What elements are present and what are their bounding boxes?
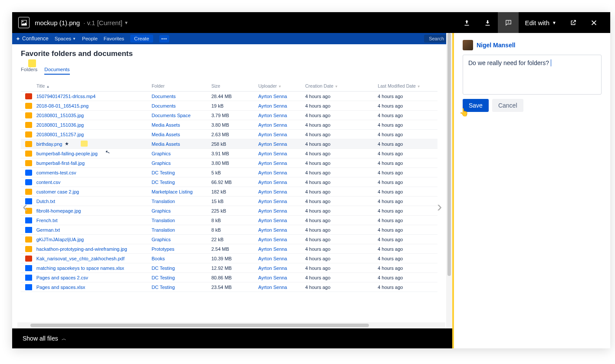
version-dropdown[interactable]: · v.1 [Current]▼ xyxy=(83,19,128,26)
table-row[interactable]: fibrolit-homepage.jpgGraphics225 kBAyrto… xyxy=(21,206,437,216)
uploader-link[interactable]: Ayrton Senna xyxy=(258,122,305,128)
table-row[interactable]: German.txtTranslation8 kBAyrton Senna4 h… xyxy=(21,225,437,235)
file-name-link[interactable]: 1507940147251-drlcss.mp4 xyxy=(36,94,151,99)
file-name-link[interactable]: matching spacekeys to space names.xlsx xyxy=(36,266,151,271)
uploader-link[interactable]: Ayrton Senna xyxy=(258,151,305,156)
annotation-marker[interactable] xyxy=(28,59,36,67)
table-row[interactable]: Kak_narisovat_vse_chto_zakhochesh.pdfBoo… xyxy=(21,254,437,263)
nav-people[interactable]: People xyxy=(82,36,98,41)
uploader-link[interactable]: Ayrton Senna xyxy=(258,275,305,280)
file-name-link[interactable]: German.txt xyxy=(36,227,151,233)
table-row[interactable]: 1507940147251-drlcss.mp4Documents28.44 M… xyxy=(21,92,437,101)
nav-spaces[interactable]: Spaces ▼ xyxy=(55,36,76,41)
uploader-link[interactable]: Ayrton Senna xyxy=(258,103,305,108)
folder-link[interactable]: DC Testing xyxy=(151,180,211,185)
commenter-name[interactable]: Nigel Mansell xyxy=(477,42,515,49)
file-name-link[interactable]: Pages and spaces.xlsx xyxy=(36,285,151,290)
uploader-link[interactable]: Ayrton Senna xyxy=(258,170,305,175)
table-row[interactable]: bumperball-first-fall.jpgGraphics3.80 MB… xyxy=(21,158,437,168)
table-row[interactable]: bumperball-falling-people.jpgGraphics3.9… xyxy=(21,149,437,158)
download-icon[interactable] xyxy=(477,12,498,33)
next-arrow[interactable]: › xyxy=(437,198,442,215)
close-icon[interactable] xyxy=(583,12,604,33)
table-row[interactable]: Pages and spaces 2.csvDC Testing80.86 MB… xyxy=(21,273,437,282)
uploader-link[interactable]: Ayrton Senna xyxy=(258,256,305,261)
file-name-link[interactable]: French.txt xyxy=(36,218,151,223)
table-row[interactable]: Pages and spaces.xlsxDC Testing23.54 MBA… xyxy=(21,282,437,292)
folder-link[interactable]: Media Assets xyxy=(151,122,211,128)
star-icon[interactable]: ★ xyxy=(65,141,69,147)
nav-favorites[interactable]: Favorites xyxy=(104,36,124,41)
file-name-link[interactable]: fibrolit-homepage.jpg xyxy=(36,208,151,213)
folder-link[interactable]: Books xyxy=(151,256,211,261)
uploader-link[interactable]: Ayrton Senna xyxy=(258,132,305,137)
file-name-link[interactable]: 20180801_151036.jpg xyxy=(36,122,151,128)
more-icon[interactable]: ••• xyxy=(159,35,170,43)
file-name-link[interactable]: customer case 2.jpg xyxy=(36,189,151,194)
table-row[interactable]: French.txtTranslation8 kBAyrton Senna4 h… xyxy=(21,216,437,225)
file-name-link[interactable]: Pages and spaces 2.csv xyxy=(36,275,151,280)
file-name-link[interactable]: Kak_narisovat_vse_chto_zakhochesh.pdf xyxy=(36,256,151,261)
table-row[interactable]: comments-test.csvDC Testing5 kBAyrton Se… xyxy=(21,168,437,177)
col-uploader[interactable]: Uploader ▼ xyxy=(258,83,305,89)
upload-icon[interactable] xyxy=(456,12,477,33)
cancel-button[interactable]: Cancel xyxy=(492,99,523,112)
folder-link[interactable]: DC Testing xyxy=(151,275,211,280)
folder-link[interactable]: Graphics xyxy=(151,161,211,166)
uploader-link[interactable]: Ayrton Senna xyxy=(258,237,305,242)
table-row[interactable]: hackathon-prototyping-and-wireframing.jp… xyxy=(21,244,437,254)
folder-link[interactable]: Translation xyxy=(151,218,211,223)
file-name-link[interactable]: birthday.png★ xyxy=(36,141,151,147)
folder-link[interactable]: Media Assets xyxy=(151,132,211,137)
col-folder[interactable]: Folder xyxy=(151,83,211,89)
uploader-link[interactable]: Ayrton Senna xyxy=(258,208,305,213)
file-name-link[interactable]: 20180801_151035.jpg xyxy=(36,113,151,118)
uploader-link[interactable]: Ayrton Senna xyxy=(258,113,305,118)
file-name-link[interactable]: content.csv xyxy=(36,180,151,185)
comment-input[interactable]: Do we really need for folders? xyxy=(463,55,602,95)
col-title[interactable]: Title ▲ xyxy=(36,83,151,89)
uploader-link[interactable]: Ayrton Senna xyxy=(258,161,305,166)
table-row[interactable]: content.csvDC Testing66.92 MBAyrton Senn… xyxy=(21,177,437,187)
folder-link[interactable]: DC Testing xyxy=(151,170,211,175)
file-name-link[interactable]: 20180801_151257.jpg xyxy=(36,132,151,137)
uploader-link[interactable]: Ayrton Senna xyxy=(258,218,305,223)
table-row[interactable]: Dutch.txtTranslation15 kBAyrton Senna4 h… xyxy=(21,197,437,206)
uploader-link[interactable]: Ayrton Senna xyxy=(258,227,305,233)
folder-link[interactable]: Prototypes xyxy=(151,246,211,252)
uploader-link[interactable]: Ayrton Senna xyxy=(258,94,305,99)
uploader-link[interactable]: Ayrton Senna xyxy=(258,189,305,194)
file-name-link[interactable]: 2018-08-01_165415.png xyxy=(36,103,151,108)
horizontal-scrollbar[interactable] xyxy=(17,322,445,328)
folder-link[interactable]: Graphics xyxy=(151,237,211,242)
uploader-link[interactable]: Ayrton Senna xyxy=(258,285,305,290)
table-row[interactable]: 20180801_151035.jpgDocuments Space3.79 M… xyxy=(21,111,437,120)
folder-link[interactable]: Documents xyxy=(151,103,211,108)
uploader-link[interactable]: Ayrton Senna xyxy=(258,266,305,271)
file-name-link[interactable]: comments-test.csv xyxy=(36,170,151,175)
file-name-link[interactable]: Dutch.txt xyxy=(36,199,151,204)
table-row[interactable]: 20180801_151036.jpgMedia Assets3.80 MBAy… xyxy=(21,120,437,130)
share-icon[interactable] xyxy=(562,12,583,33)
folder-link[interactable]: DC Testing xyxy=(151,266,211,271)
folder-link[interactable]: DC Testing xyxy=(151,285,211,290)
table-row[interactable]: matching spacekeys to space names.xlsxDC… xyxy=(21,263,437,273)
uploader-link[interactable]: Ayrton Senna xyxy=(258,141,305,147)
folder-link[interactable]: Media Assets xyxy=(151,141,211,147)
uploader-link[interactable]: Ayrton Senna xyxy=(258,246,305,252)
tab-documents[interactable]: Documents xyxy=(44,67,69,75)
tab-folders[interactable]: Folders xyxy=(21,67,37,75)
folder-link[interactable]: Translation xyxy=(151,199,211,204)
annotation-marker[interactable] xyxy=(81,141,88,147)
folder-link[interactable]: Graphics xyxy=(151,208,211,213)
col-size[interactable]: Size xyxy=(211,83,258,89)
show-all-files[interactable]: Show all files︿ xyxy=(12,328,452,348)
file-name-link[interactable]: bumperball-first-fall.jpg xyxy=(36,161,151,166)
uploader-link[interactable]: Ayrton Senna xyxy=(258,180,305,185)
table-row[interactable]: customer case 2.jpgMarketplace Listing18… xyxy=(21,187,437,197)
file-name-link[interactable]: gKiJTmJAIapzIjUA.jpg xyxy=(36,237,151,242)
folder-link[interactable]: Documents xyxy=(151,94,211,99)
col-modified[interactable]: Last Modified Date ▼ xyxy=(378,83,437,89)
uploader-link[interactable]: Ayrton Senna xyxy=(258,199,305,204)
col-created[interactable]: Creation Date ▼ xyxy=(305,83,378,89)
